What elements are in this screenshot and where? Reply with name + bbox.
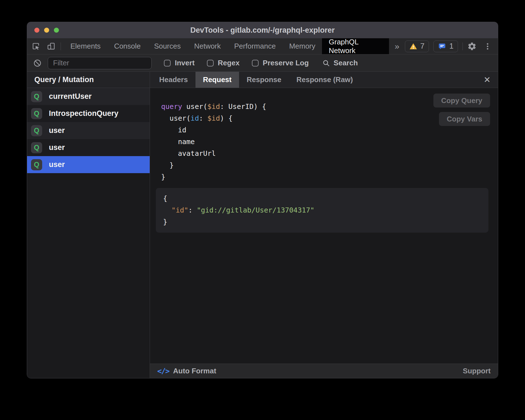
query-variables-box: { "id": "gid://gitlab/User/13704317"}: [156, 188, 488, 233]
invert-label: Invert: [175, 59, 195, 67]
settings-gear-icon[interactable]: [467, 42, 477, 51]
main-tab-strip: Elements Console Sources Network Perform…: [64, 38, 389, 54]
zoom-window-button[interactable]: [54, 28, 59, 33]
panel-footer: </> Auto Format Support: [150, 364, 498, 378]
preserve-log-checkbox[interactable]: Preserve Log: [252, 59, 309, 67]
tab-response[interactable]: Response: [239, 72, 289, 88]
close-window-button[interactable]: [34, 28, 39, 33]
filter-input[interactable]: [48, 57, 152, 69]
regex-checkbox-box: [207, 60, 214, 66]
query-list-sidebar: Query / Mutation Q currentUser Q Introsp…: [27, 72, 150, 378]
search-icon: [322, 59, 330, 67]
preserve-log-checkbox-box: [252, 60, 259, 66]
filter-bar: Invert Regex Preserve Log Search: [27, 54, 498, 72]
copy-buttons: Copy Query Copy Vars: [433, 94, 490, 126]
tab-network[interactable]: Network: [187, 38, 227, 54]
tab-request[interactable]: Request: [195, 72, 239, 88]
detail-panel: Headers Request Response Response (Raw) …: [150, 72, 498, 378]
tab-graphql-network[interactable]: GraphQL Network: [322, 38, 389, 54]
toolbar-right: 7 1: [405, 38, 498, 54]
tab-memory[interactable]: Memory: [282, 38, 322, 54]
search-label: Search: [334, 59, 358, 67]
query-type-badge: Q: [31, 91, 42, 102]
detail-tab-strip: Headers Request Response Response (Raw) …: [150, 72, 498, 88]
tab-headers[interactable]: Headers: [152, 72, 195, 88]
list-item-label: IntrospectionQuery: [49, 109, 118, 118]
query-type-badge: Q: [31, 159, 42, 170]
list-item-user-3-selected[interactable]: Q user: [27, 156, 150, 173]
list-item-user-2[interactable]: Q user: [27, 139, 150, 156]
issues-count: 1: [449, 42, 454, 51]
invert-checkbox-box: [164, 60, 171, 66]
query-list: Q currentUser Q IntrospectionQuery Q use…: [27, 88, 150, 378]
query-type-badge: Q: [31, 108, 42, 119]
devtools-toolbar: Elements Console Sources Network Perform…: [27, 38, 498, 54]
list-item-introspectionquery[interactable]: Q IntrospectionQuery: [27, 105, 150, 122]
kebab-menu-icon[interactable]: [481, 42, 492, 51]
close-panel-icon[interactable]: ✕: [476, 72, 498, 88]
toolbar-icons: [32, 38, 61, 54]
list-item-label: user: [49, 126, 65, 135]
list-item-currentUser[interactable]: Q currentUser: [27, 88, 150, 105]
search-toggle[interactable]: Search: [322, 59, 358, 67]
clear-block-icon[interactable]: [33, 59, 42, 67]
toolbar-right-divider: [462, 42, 463, 50]
warning-count: 7: [420, 42, 424, 51]
message-icon: [438, 42, 446, 51]
query-type-badge: Q: [31, 125, 42, 136]
devtools-window: DevTools - gitlab.com/-/graphql-explorer…: [27, 22, 498, 378]
toolbar-divider: [61, 42, 61, 50]
request-view: Copy Query Copy Vars query user($id: Use…: [150, 88, 498, 364]
regex-checkbox[interactable]: Regex: [207, 59, 240, 67]
copy-query-button[interactable]: Copy Query: [433, 94, 490, 108]
more-tabs-icon[interactable]: »: [389, 38, 405, 54]
main-area: Query / Mutation Q currentUser Q Introsp…: [27, 72, 498, 378]
window-title: DevTools - gitlab.com/-/graphql-explorer: [190, 26, 335, 35]
query-variables-code: { "id": "gid://gitlab/User/13704317"}: [163, 193, 481, 228]
query-type-badge: Q: [31, 142, 42, 153]
invert-checkbox[interactable]: Invert: [164, 59, 195, 67]
warning-icon: [409, 42, 417, 50]
list-item-label: currentUser: [49, 92, 92, 101]
minimize-window-button[interactable]: [44, 28, 49, 33]
copy-vars-button[interactable]: Copy Vars: [439, 112, 490, 126]
tab-console[interactable]: Console: [107, 38, 147, 54]
inspect-element-icon[interactable]: [32, 42, 40, 51]
device-toolbar-icon[interactable]: [47, 42, 56, 51]
title-bar: DevTools - gitlab.com/-/graphql-explorer: [27, 22, 498, 38]
warnings-badge[interactable]: 7: [405, 40, 429, 52]
auto-format-button[interactable]: </> Auto Format: [157, 367, 216, 375]
code-brackets-icon: </>: [157, 367, 169, 375]
auto-format-label: Auto Format: [173, 367, 216, 375]
support-link[interactable]: Support: [463, 367, 491, 375]
sidebar-header: Query / Mutation: [27, 72, 150, 88]
tab-sources[interactable]: Sources: [147, 38, 187, 54]
regex-label: Regex: [218, 59, 240, 67]
list-item-label: user: [49, 160, 65, 169]
tab-performance[interactable]: Performance: [228, 38, 283, 54]
traffic-lights: [34, 22, 59, 38]
list-item-user-1[interactable]: Q user: [27, 122, 150, 139]
preserve-log-label: Preserve Log: [263, 59, 309, 67]
tab-response-raw[interactable]: Response (Raw): [289, 72, 360, 88]
list-item-label: user: [49, 143, 65, 152]
issues-badge[interactable]: 1: [433, 40, 458, 52]
tab-elements[interactable]: Elements: [64, 38, 107, 54]
